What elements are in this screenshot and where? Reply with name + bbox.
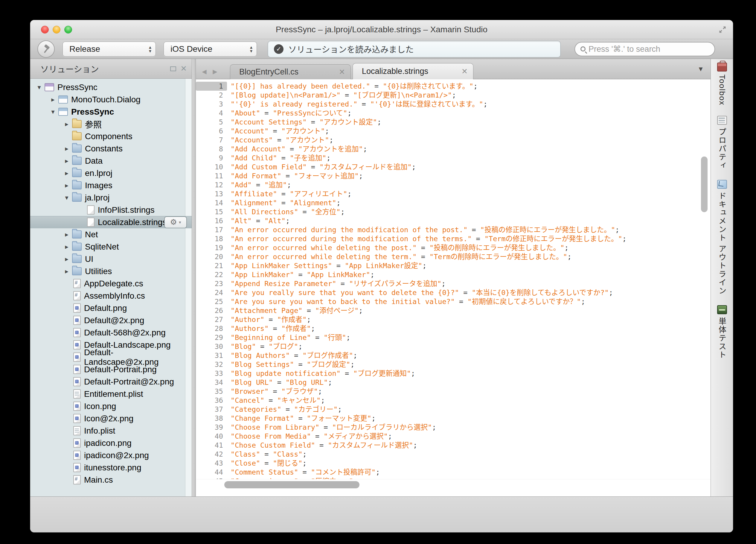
tree-item-assemblyinfo-cs[interactable]: AssemblyInfo.cs: [30, 290, 192, 302]
navigate-back-icon[interactable]: [199, 64, 210, 79]
tree-item-infoplist-strings[interactable]: InfoPlist.strings: [30, 204, 192, 216]
disclosure-closed-icon[interactable]: [61, 231, 72, 238]
semicolon: ;: [350, 360, 354, 369]
device-dropdown[interactable]: iOS Device ▴▾: [164, 42, 257, 57]
unit-test-icon: [717, 305, 727, 314]
line-number: 6: [196, 126, 227, 135]
tree-item-ui[interactable]: UI: [30, 253, 192, 265]
equals-sign: =: [264, 316, 277, 324]
string-key: "[Blog update]\n<Param1/>": [231, 91, 341, 99]
navigate-forward-icon[interactable]: [210, 64, 220, 79]
gear-menu-button[interactable]: [164, 216, 187, 228]
build-run-button[interactable]: [37, 40, 55, 58]
tab-close-icon[interactable]: [461, 67, 468, 76]
titlebar[interactable]: PressSync – ja.lproj/Localizable.strings…: [30, 20, 733, 39]
tab-localizable-strings[interactable]: Localizable.strings: [353, 63, 473, 79]
file-icon: [87, 217, 95, 227]
tree-item-default-landscape-2x-png[interactable]: Default-Landscape@2x.png: [30, 351, 192, 363]
dock-panel-icon[interactable]: [170, 66, 176, 71]
search-icon: [580, 46, 586, 51]
tree-item-appdelegate-cs[interactable]: AppDelegate.cs: [30, 278, 192, 290]
tree-item-default-568h-2x-png[interactable]: Default-568h@2x.png: [30, 327, 192, 339]
tree-item-default-2x-png[interactable]: Default@2x.png: [30, 314, 192, 327]
string-key: "An error occurred during the modificati…: [231, 225, 467, 234]
tree-item-entitlement-plist[interactable]: Entitlement.plist: [30, 388, 192, 400]
tree-item-monotouch-dialog[interactable]: MonoTouch.Dialog: [30, 93, 192, 106]
close-panel-icon[interactable]: [180, 64, 187, 73]
pane-splitter[interactable]: [192, 59, 196, 496]
string-value: "App LinkMaker": [307, 270, 370, 279]
tree-item-components[interactable]: Components: [30, 130, 192, 142]
equals-sign: =: [332, 261, 345, 270]
tree-item-itunesstore-png[interactable]: itunesstore.png: [30, 461, 192, 474]
tree-item-icon-2x-png[interactable]: Icon@2x.png: [30, 412, 192, 425]
search-placeholder: Press '⌘.' to search: [589, 44, 660, 54]
tree-item-presssync[interactable]: PressSync: [30, 106, 192, 118]
horizontal-scrollbar-thumb[interactable]: [224, 481, 359, 488]
disclosure-closed-icon[interactable]: [61, 182, 72, 189]
tree-item-en-lproj[interactable]: en.lproj: [30, 167, 192, 179]
string-key: "An error occurred while deleting the po…: [231, 243, 417, 252]
disclosure-open-icon[interactable]: [48, 108, 58, 116]
tree-item-net[interactable]: Net: [30, 228, 192, 240]
tree-item-label: ipadicon.png: [84, 438, 132, 448]
string-key: "Chose Custom Field": [231, 441, 315, 450]
line-number: 26: [196, 306, 227, 315]
tab-close-icon[interactable]: [339, 68, 345, 76]
tree-item-ipadicon-2x-png[interactable]: ipadicon@2x.png: [30, 449, 192, 461]
line-number: 9: [196, 153, 227, 162]
disclosure-closed-icon[interactable]: [61, 157, 72, 165]
disclosure-closed-icon[interactable]: [48, 96, 58, 103]
equals-sign: =: [298, 468, 311, 476]
disclosure-closed-icon[interactable]: [61, 120, 72, 128]
tree-item-default-portrait-2x-png[interactable]: Default-Portrait@2x.png: [30, 376, 192, 388]
tree-item-ipadicon-png[interactable]: ipadicon.png: [30, 437, 192, 449]
dock-tab-properties[interactable]: プロパティ: [717, 116, 728, 170]
minimize-window-button[interactable]: [53, 26, 60, 33]
string-key: "Choose From Media": [231, 432, 311, 441]
tree-item-icon-png[interactable]: Icon.png: [30, 400, 192, 412]
disclosure-closed-icon[interactable]: [61, 267, 72, 275]
horizontal-scrollbar[interactable]: [196, 479, 711, 496]
string-value: "Class": [273, 450, 303, 458]
equals-sign: =: [294, 360, 307, 369]
string-key: "Add Custom Field": [231, 163, 307, 171]
disclosure-closed-icon[interactable]: [61, 255, 72, 263]
disclosure-closed-icon[interactable]: [61, 243, 72, 251]
configuration-dropdown[interactable]: Release ▴▾: [63, 42, 156, 57]
plist-icon: [73, 426, 81, 435]
solution-pad-header[interactable]: ソリューション: [30, 59, 192, 79]
equals-sign: =: [281, 172, 294, 180]
tree-item-default-portrait-png[interactable]: Default-Portrait.png: [30, 363, 192, 376]
zoom-window-button[interactable]: [64, 26, 72, 33]
disclosure-closed-icon[interactable]: [61, 169, 72, 177]
tree-item-constants[interactable]: Constants: [30, 142, 192, 155]
fullscreen-icon[interactable]: [717, 25, 728, 35]
dock-tab-toolbox[interactable]: Toolbox: [717, 63, 727, 106]
dock-tab-document-outline[interactable]: ドキュメント アウトライン: [717, 180, 728, 295]
code-editor[interactable]: 1"[{0}] has already been deleted." = "{0…: [196, 79, 711, 479]
tree-item-localizable-strings[interactable]: Localizable.strings: [30, 216, 192, 228]
tree-item-presssync[interactable]: PressSync: [30, 81, 192, 93]
search-field[interactable]: Press '⌘.' to search: [574, 42, 715, 56]
tab-overflow-icon[interactable]: [697, 65, 704, 73]
tree-item-info-plist[interactable]: Info.plist: [30, 425, 192, 437]
tree-item--[interactable]: 参照: [30, 118, 192, 130]
tree-item-utilities[interactable]: Utilities: [30, 265, 192, 278]
vertical-scrollbar-thumb[interactable]: [701, 156, 708, 212]
tree-item-data[interactable]: Data: [30, 155, 192, 167]
disclosure-open-icon[interactable]: [61, 194, 72, 202]
dock-tab-unit-test[interactable]: 単体テスト: [717, 305, 728, 359]
tree-item-main-cs[interactable]: Main.cs: [30, 474, 192, 486]
string-value: "メディアから選択": [324, 432, 388, 441]
disclosure-open-icon[interactable]: [34, 83, 45, 91]
disclosure-closed-icon[interactable]: [61, 145, 72, 153]
equals-sign: =: [370, 82, 383, 90]
tree-item-default-png[interactable]: Default.png: [30, 302, 192, 314]
tree-item-images[interactable]: Images: [30, 179, 192, 191]
tree-item-sqlitenet[interactable]: SqliteNet: [30, 240, 192, 253]
close-window-button[interactable]: [41, 26, 49, 33]
tree-item-ja-lproj[interactable]: ja.lproj: [30, 191, 192, 204]
code-line-35: 35"Browser" = "ブラウザ";: [196, 387, 711, 396]
tab-blogentrycell-cs[interactable]: BlogEntryCell.cs: [230, 64, 351, 79]
